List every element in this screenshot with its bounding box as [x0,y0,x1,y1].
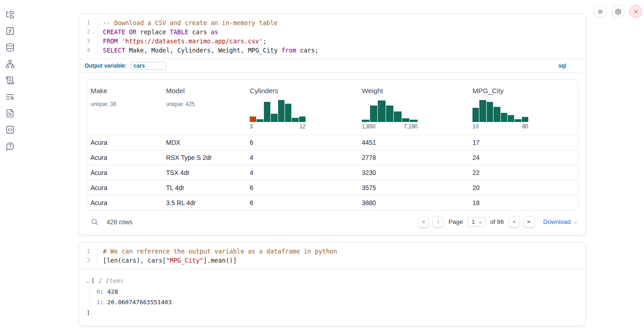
chevrons-left-icon: « [422,218,426,225]
code-line: 2[len(cars), cars["MPG_City"].mean()] [79,256,585,265]
histogram-bar [508,115,514,122]
output-variable-label: Output variable: [85,63,127,69]
tree-entry: 1: 20.060747663551403 [97,297,578,307]
histogram-bar [479,100,486,122]
table-cell: 6 [246,184,358,191]
table-cell: 3880 [358,199,469,206]
document-icon[interactable] [5,109,15,118]
table-cell: 3230 [358,169,469,176]
histogram-bar [402,118,410,122]
code-line: 1-- Download a CSV and create an in-memo… [79,18,585,27]
notebook-menu-button[interactable] [594,5,606,18]
shutdown-button[interactable] [629,5,642,18]
first-page-button[interactable]: « [418,216,429,227]
sql-code-editor[interactable]: 1-- Download a CSV and create an in-memo… [79,14,585,58]
sql-output-area: Makeunique: 38nulls: 0Modelunique: 425nu… [79,73,585,235]
column-label: Model [166,86,246,95]
search-icon[interactable] [90,218,98,226]
table-body: AcuraMDX6445117AcuraRSX Type S 2dr427782… [87,135,578,210]
prev-page-button[interactable]: ‹ [432,216,444,227]
python-code-editor[interactable]: 1# We can reference the output variable … [79,243,585,269]
code-line: 3FROM 'https://datasets.marimo.app/cars.… [79,37,585,46]
tree-header: ⌄ [ 2 Items [86,276,578,285]
column-label: Cylinders [250,86,358,95]
histogram-bar [278,100,284,122]
database-icon[interactable] [5,43,15,52]
column-label: Make [91,86,162,95]
chevron-right-icon: › [513,218,515,225]
settings-button[interactable] [612,5,624,18]
close-icon [633,8,639,15]
column-header-make[interactable]: Makeunique: 38nulls: 0 [87,86,162,130]
table-cell: 18 [469,199,578,206]
table-row: AcuraRSX Type S 2dr4277824 [87,150,578,165]
column-histogram: 1060 [472,99,528,130]
python-output-tree: ⌄ [ 2 Items 0: 4281: 20.060747663551403 … [86,276,578,317]
column-header-cylinders[interactable]: Cylinders312 [246,86,358,130]
histogram-bar [522,117,528,122]
language-badge[interactable]: sql [558,63,566,69]
column-stats: unique: 38nulls: 0 [91,100,162,108]
table-row: AcuraMDX6445117 [87,135,578,150]
row-count-label: 428 rows [107,218,133,226]
table-cell: Acura [87,139,162,146]
table-cell: 6 [246,139,358,146]
histogram-bar [362,120,370,122]
output-variable-row: Output variable: cars sql [79,58,585,73]
column-label: Weight [362,86,469,95]
sql-cell: 1-- Download a CSV and create an in-memo… [79,14,586,235]
line-number: 2 [79,256,90,265]
column-header-weight[interactable]: Weight1,8507,190 [358,86,469,130]
histogram-bar [472,108,479,122]
chevron-left-icon: ‹ [437,218,440,225]
output-variable-input[interactable]: cars [130,62,166,70]
page-count-label: of 86 [490,218,504,225]
hamburger-menu-icon [597,8,604,15]
line-number: 1 [79,247,90,256]
marimo-notebook: 1-- Download a CSV and create an in-memo… [0,0,644,333]
tree-body: 0: 4281: 20.060747663551403 [90,285,578,308]
function-square-icon[interactable] [5,26,15,36]
table-cell: 24 [469,154,578,161]
histogram-bar [494,107,500,122]
pagination: « ‹ Page 1 ⌄ of 86 › » [418,216,534,227]
code-line: 2⌄CREATE OR replace TABLE cars as [79,27,585,37]
collapse-chevron-icon[interactable]: ⌄ [86,276,89,285]
histogram-bar [386,106,394,122]
histogram-bar [515,119,521,122]
table-header: Makeunique: 38nulls: 0Modelunique: 425nu… [87,80,578,135]
text-search-icon[interactable] [5,92,15,101]
table-cell: Acura [87,154,162,161]
table-cell: 2778 [358,154,469,161]
column-header-model[interactable]: Modelunique: 425nulls: 0 [162,86,246,130]
line-number: 2 [79,27,90,37]
column-header-mpg_city[interactable]: MPG_City1060 [469,86,578,130]
histogram-bar [487,102,493,122]
histogram-bar [271,114,277,122]
last-page-button[interactable]: » [523,216,535,227]
python-cell: 1# We can reference the output variable … [79,242,586,326]
next-page-button[interactable]: › [509,216,520,227]
table-cell: RSX Type S 2dr [162,154,246,161]
logs-icon[interactable] [5,76,15,85]
table-cell: 22 [469,169,578,176]
snippets-icon[interactable] [5,125,15,134]
file-tree-icon[interactable] [5,10,15,19]
histogram-bar [264,102,270,122]
dependency-graph-icon[interactable] [5,59,15,69]
table-cell: Acura [87,184,162,191]
column-stats: unique: 425nulls: 0 [166,100,246,108]
help-icon[interactable] [5,142,15,151]
histogram-bar [292,118,298,122]
table-cell: 6 [246,199,358,206]
histogram-axis: 312 [250,123,306,130]
page-select[interactable]: 1 ⌄ [467,217,486,227]
column-histogram: 312 [250,99,306,130]
histogram-bar [285,104,291,122]
notebook-area: 1-- Download a CSV and create an in-memo… [79,0,586,326]
fold-chevron-icon[interactable]: ⌄ [90,27,97,37]
topbar-actions [594,5,642,18]
download-label: Download [543,218,571,225]
download-button[interactable]: Download ⌄ [543,218,577,225]
line-number: 3 [79,37,90,46]
